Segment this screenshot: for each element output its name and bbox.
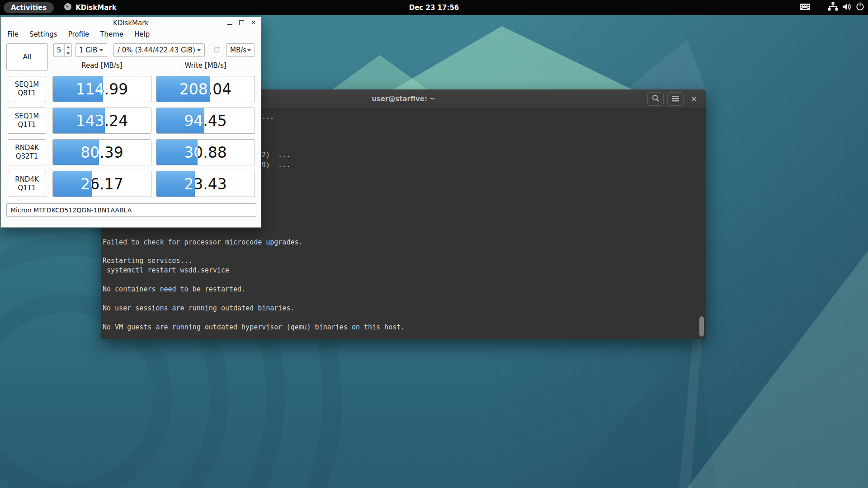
- test-label: RND4K: [15, 175, 39, 184]
- write-bar: 208.04: [156, 76, 210, 102]
- device-name: Micron MTFDKCD512QGN-1BN1AABLA: [10, 206, 132, 214]
- kdiskmark-titlebar[interactable]: KDiskMark ✕: [1, 17, 261, 28]
- volume-icon[interactable]: [842, 3, 852, 13]
- focused-app-name: KDiskMark: [75, 4, 117, 12]
- read-result-cell: 26.17 26.17: [52, 171, 151, 197]
- test-label: Q1T1: [18, 184, 36, 192]
- focused-app-indicator[interactable]: KDiskMark: [64, 3, 117, 13]
- test-label: Q8T1: [18, 89, 36, 98]
- spinner-up-icon[interactable]: [65, 44, 71, 50]
- test-button-rnd4k-q32t1[interactable]: RND4K Q32T1: [8, 139, 46, 165]
- test-label: RND4K: [15, 144, 39, 152]
- unit-dropdown[interactable]: MB/s: [226, 43, 255, 57]
- menu-theme[interactable]: Theme: [100, 30, 123, 38]
- terminal-search-button[interactable]: [647, 92, 664, 106]
- test-label: Q1T1: [18, 121, 36, 129]
- test-button-seq1m-q1t1[interactable]: SEQ1M Q1T1: [8, 108, 46, 134]
- read-column-header: Read [MB/s]: [52, 61, 151, 70]
- read-value-overlay: 143.24: [53, 108, 105, 133]
- terminal-menu-button[interactable]: [667, 92, 684, 106]
- kdiskmark-window: KDiskMark ✕ File Settings Profile Theme …: [0, 17, 261, 228]
- window-title: KDiskMark: [113, 19, 149, 27]
- wired-network-icon[interactable]: [828, 2, 838, 13]
- write-result-cell: 30.88 30.88: [156, 139, 255, 165]
- write-value-overlay: 94.45: [156, 108, 204, 133]
- terminal-output-line: No containers need to be restarted.: [103, 285, 245, 294]
- terminal-title: user@starfive: ~: [372, 95, 435, 103]
- read-value-overlay: 26.17: [53, 171, 92, 197]
- read-result-cell: 80.39 80.39: [52, 139, 151, 165]
- menu-settings[interactable]: Settings: [29, 30, 57, 38]
- terminal-output-line: Failed to check for processor microcode …: [103, 238, 303, 247]
- write-value-overlay: 208.04: [156, 76, 210, 102]
- spinner-down-icon[interactable]: [65, 50, 71, 56]
- write-value-overlay: 30.88: [156, 140, 198, 165]
- write-result-cell: 208.04 208.04: [156, 76, 255, 102]
- terminal-output-line: 9) ...: [262, 160, 290, 169]
- read-bar: 114.99: [53, 76, 103, 102]
- write-result-cell: 23.43 23.43: [156, 171, 255, 197]
- read-value-overlay: 114.99: [53, 76, 103, 102]
- shell-prompt: user@starfive:~$: [103, 330, 211, 339]
- chevron-down-icon: [197, 49, 201, 52]
- top-bar: Activities KDiskMark Dec 23 17:56: [0, 0, 868, 15]
- read-value-overlay: 80.39: [53, 140, 99, 165]
- search-icon: [652, 94, 660, 104]
- write-column-header: Write [MB/s]: [156, 61, 255, 70]
- terminal-output-line: No user sessions are running outdated bi…: [103, 304, 294, 313]
- terminal-scrollbar[interactable]: [699, 316, 704, 337]
- target-drive-dropdown[interactable]: / 0% (3.44/422.43 GiB): [113, 43, 205, 57]
- desktop: Activities KDiskMark Dec 23 17:56: [0, 0, 868, 488]
- read-result-cell: 143.24 143.24: [52, 108, 151, 134]
- terminal-output-line: ...: [262, 112, 274, 121]
- menu-help[interactable]: Help: [134, 30, 150, 38]
- chevron-down-icon: [247, 49, 251, 52]
- power-icon[interactable]: [856, 2, 864, 13]
- minimize-button[interactable]: [227, 20, 233, 26]
- target-drive-value: / 0% (3.44/422.43 GiB): [118, 46, 197, 54]
- hamburger-icon: [672, 95, 679, 103]
- clock[interactable]: Dec 23 17:56: [0, 4, 868, 12]
- refresh-drives-button[interactable]: [210, 44, 223, 57]
- menu-file[interactable]: File: [7, 30, 19, 38]
- test-label: Q32T1: [16, 152, 38, 161]
- read-bar: 80.39: [53, 140, 99, 165]
- loop-count-spinner[interactable]: 5: [53, 43, 72, 57]
- terminal-output-line: 2) ...: [262, 150, 290, 160]
- terminal-output-line: systemctl restart wsdd.service: [103, 266, 229, 275]
- maximize-button[interactable]: [239, 20, 245, 26]
- test-button-seq1m-q8t1[interactable]: SEQ1M Q8T1: [8, 76, 46, 102]
- write-bar: 30.88: [156, 140, 198, 165]
- chevron-down-icon: [99, 49, 103, 52]
- all-tests-button[interactable]: All: [6, 43, 48, 70]
- close-button[interactable]: ✕: [250, 20, 256, 26]
- refresh-icon: [213, 46, 220, 55]
- test-size-dropdown[interactable]: 1 GiB: [75, 43, 107, 57]
- test-label: SEQ1M: [15, 80, 39, 89]
- activities-button[interactable]: Activities: [4, 2, 54, 13]
- loop-count-value: 5: [54, 46, 64, 54]
- read-bar: 143.24: [53, 108, 105, 133]
- gauge-icon: [64, 3, 72, 13]
- test-size-value: 1 GiB: [79, 46, 99, 54]
- test-button-rnd4k-q1t1[interactable]: RND4K Q1T1: [8, 171, 46, 197]
- terminal-close-button[interactable]: ✕: [687, 92, 701, 106]
- write-result-cell: 94.45 94.45: [156, 108, 255, 134]
- write-bar: 94.45: [156, 108, 204, 133]
- menu-bar: File Settings Profile Theme Help: [1, 28, 261, 40]
- keyboard-layout-icon[interactable]: [799, 3, 811, 12]
- terminal-output-line: Restarting services...: [103, 256, 193, 265]
- close-icon: ✕: [690, 94, 698, 104]
- write-bar: 23.43: [156, 171, 195, 197]
- menu-profile[interactable]: Profile: [68, 30, 90, 38]
- unit-value: MB/s: [230, 46, 247, 54]
- test-label: SEQ1M: [15, 112, 39, 121]
- read-result-cell: 114.99 114.99: [52, 76, 151, 102]
- read-bar: 26.17: [53, 171, 92, 197]
- write-value-overlay: 23.43: [156, 171, 195, 197]
- device-name-field[interactable]: Micron MTFDKCD512QGN-1BN1AABLA: [6, 203, 256, 217]
